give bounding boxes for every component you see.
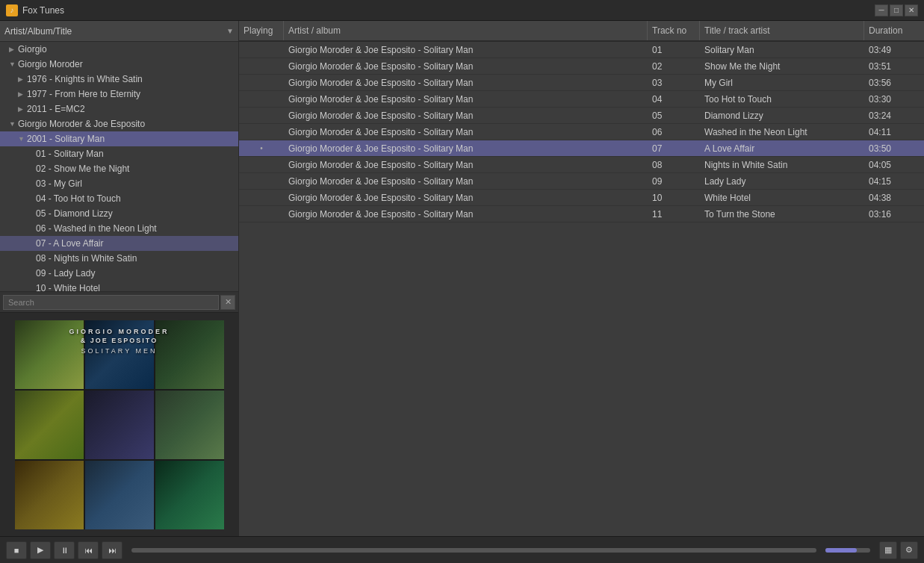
settings-button[interactable]: ⚙ [900,541,918,559]
tree-item-t05[interactable]: 05 - Diamond Lizzy [0,206,238,221]
minimize-button[interactable]: ─ [875,4,888,16]
expand-icon-2001-solitary[interactable]: ▼ [18,135,27,143]
search-clear-button[interactable]: ✕ [220,295,235,310]
expand-icon-2011-emc2[interactable]: ▶ [18,105,27,113]
tree-item-t08[interactable]: 08 - Nights in White Satin [0,251,238,266]
cell-duration-2: 03:56 [864,78,924,88]
tree-label-t02: 02 - Show Me the Night [36,164,129,174]
playlist-row-9[interactable]: Giorgio Moroder & Joe Esposito - Solitar… [239,190,924,206]
cell-track-4: 05 [648,111,700,121]
expand-icon-gm-joe[interactable]: ▼ [9,120,18,128]
tree-item-t04[interactable]: 04 - Too Hot to Touch [0,191,238,206]
main-area: Artist/Album/Title ▼ ▶Giorgio▼Giorgio Mo… [0,21,924,536]
cell-title-5: Washed in the Neon Light [700,127,864,137]
prev-button[interactable]: ⏮ [78,541,99,559]
cell-title-9: White Hotel [700,193,864,203]
tree-item-1976-knights[interactable]: ▶1976 - Knights in White Satin [0,72,238,87]
tree-label-giorgio-moroder: Giorgio Moroder [18,59,83,69]
tree-item-gm-joe[interactable]: ▼Giorgio Moroder & Joe Esposito [0,116,238,131]
cell-title-8: Lady Lady [700,176,864,187]
playlist-row-4[interactable]: Giorgio Moroder & Joe Esposito - Solitar… [239,108,924,124]
cell-track-3: 04 [648,94,700,105]
cell-artist-0: Giorgio Moroder & Joe Esposito - Solitar… [284,45,648,55]
tree-item-1977-eternity[interactable]: ▶1977 - From Here to Eternity [0,87,238,102]
playlist-row-3[interactable]: Giorgio Moroder & Joe Esposito - Solitar… [239,91,924,108]
tree-label-t09: 09 - Lady Lady [36,268,95,279]
album-art-area: GIORGIO MORODER & JOE ESPOSITO SOLITARY … [0,312,238,536]
cell-duration-8: 04:15 [864,176,924,187]
close-button[interactable]: ✕ [905,4,918,16]
cell-track-9: 10 [648,193,700,203]
cell-artist-10: Giorgio Moroder & Joe Esposito - Solitar… [284,209,648,220]
next-button[interactable]: ⏭ [102,541,123,559]
right-panel: Playing Artist / album Track no Title / … [239,21,924,536]
layout-button[interactable]: ▦ [879,541,897,559]
playlist-row-7[interactable]: Giorgio Moroder & Joe Esposito - Solitar… [239,157,924,173]
pause-button[interactable]: ⏸ [54,541,75,559]
playlist-body[interactable]: Giorgio Moroder & Joe Esposito - Solitar… [239,42,924,536]
col-header-title[interactable]: Title / track artist [700,21,864,40]
tree-item-2011-emc2[interactable]: ▶2011 - E=MC2 [0,102,238,116]
playlist-row-6[interactable]: •Giorgio Moroder & Joe Esposito - Solita… [239,140,924,157]
art-cell-1 [85,320,154,389]
tree-item-t02[interactable]: 02 - Show Me the Night [0,161,238,176]
col-header-playing[interactable]: Playing [239,21,284,40]
cell-artist-9: Giorgio Moroder & Joe Esposito - Solitar… [284,193,648,203]
tree-item-t03[interactable]: 03 - My Girl [0,176,238,191]
col-header-artist[interactable]: Artist / album [284,21,648,40]
playlist-row-2[interactable]: Giorgio Moroder & Joe Esposito - Solitar… [239,75,924,91]
tree-label-gm-joe: Giorgio Moroder & Joe Esposito [18,119,145,129]
expand-icon-giorgio[interactable]: ▶ [9,46,18,53]
tree-label-t10: 10 - White Hotel [36,283,100,291]
tree-container[interactable]: ▶Giorgio▼Giorgio Moroder▶1976 - Knights … [0,42,238,291]
expand-icon-1976-knights[interactable]: ▶ [18,75,27,83]
volume-slider[interactable] [825,548,870,553]
tree-label-2011-emc2: 2011 - E=MC2 [27,104,85,114]
cell-duration-5: 04:11 [864,127,924,137]
tree-item-t07[interactable]: 07 - A Love Affair [0,236,238,251]
tree-label-t06: 06 - Washed in the Neon Light [36,223,157,234]
search-input[interactable] [3,295,219,310]
playlist-row-8[interactable]: Giorgio Moroder & Joe Esposito - Solitar… [239,173,924,190]
bottom-right-buttons: ▦ ⚙ [879,541,918,559]
play-button[interactable]: ▶ [30,541,51,559]
cell-title-0: Solitary Man [700,45,864,55]
col-header-duration[interactable]: Duration [864,21,924,40]
stop-button[interactable]: ■ [6,541,27,559]
tree-label-1977-eternity: 1977 - From Here to Eternity [27,89,140,99]
tree-item-giorgio[interactable]: ▶Giorgio [0,42,238,57]
cell-playing-6: • [239,144,284,152]
app-icon: ♪ [6,4,18,16]
cell-title-1: Show Me the Night [700,61,864,72]
art-cell-5 [155,391,224,459]
expand-icon-1977-eternity[interactable]: ▶ [18,90,27,98]
tree-item-t06[interactable]: 06 - Washed in the Neon Light [0,221,238,236]
tree-label-t08: 08 - Nights in White Satin [36,253,137,264]
playlist-row-5[interactable]: Giorgio Moroder & Joe Esposito - Solitar… [239,124,924,140]
album-art [15,320,224,529]
playlist-row-1[interactable]: Giorgio Moroder & Joe Esposito - Solitar… [239,58,924,75]
tree-item-t09[interactable]: 09 - Lady Lady [0,266,238,281]
tree-header[interactable]: Artist/Album/Title ▼ [0,21,238,42]
tree-item-2001-solitary[interactable]: ▼2001 - Solitary Man [0,131,238,146]
progress-bar[interactable] [131,548,816,553]
tree-item-t10[interactable]: 10 - White Hotel [0,281,238,291]
cell-track-0: 01 [648,45,700,55]
cell-artist-6: Giorgio Moroder & Joe Esposito - Solitar… [284,143,648,154]
expand-icon-giorgio-moroder[interactable]: ▼ [9,60,18,68]
tree-item-t01[interactable]: 01 - Solitary Man [0,146,238,161]
cell-track-6: 07 [648,143,700,154]
cell-track-1: 02 [648,61,700,72]
playlist-row-0[interactable]: Giorgio Moroder & Joe Esposito - Solitar… [239,42,924,58]
cell-title-10: To Turn the Stone [700,209,864,220]
tree-label-t01: 01 - Solitary Man [36,149,104,159]
playlist-row-10[interactable]: Giorgio Moroder & Joe Esposito - Solitar… [239,206,924,223]
restore-button[interactable]: □ [890,4,903,16]
app-title: Fox Tunes [22,5,875,16]
cell-track-10: 11 [648,209,700,220]
cell-artist-4: Giorgio Moroder & Joe Esposito - Solitar… [284,111,648,121]
cell-artist-1: Giorgio Moroder & Joe Esposito - Solitar… [284,61,648,72]
col-header-track[interactable]: Track no [648,21,700,40]
tree-item-giorgio-moroder[interactable]: ▼Giorgio Moroder [0,57,238,72]
playlist-header: Playing Artist / album Track no Title / … [239,21,924,42]
